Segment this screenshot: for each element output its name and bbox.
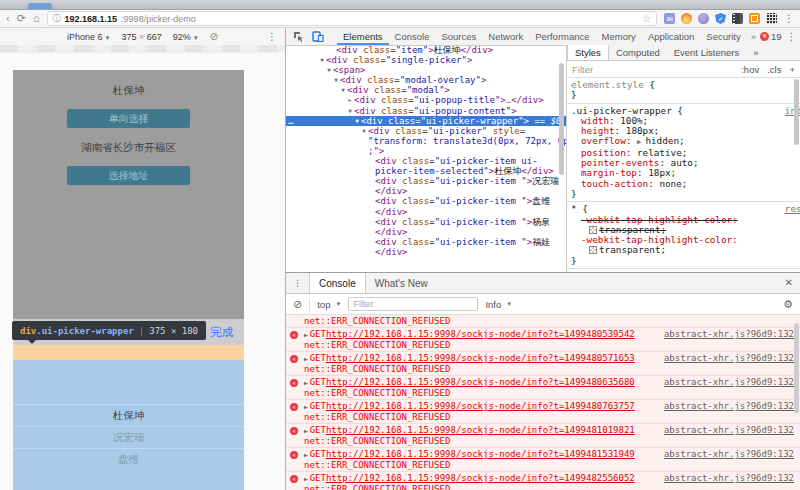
expand-arrow-icon[interactable]: ► (346, 95, 354, 105)
color-swatch[interactable] (589, 246, 597, 254)
request-url-link[interactable]: http://192.168.1.15:9998/sockjs-node/inf… (326, 401, 635, 411)
expand-arrow-icon[interactable]: ▶ (304, 402, 308, 412)
expand-arrow-icon[interactable]: ▶ (304, 354, 308, 364)
console-tab-what-s-new[interactable]: What's New (366, 273, 437, 293)
elements-tree-row[interactable]: <div class="item">杜保坤</div> (286, 45, 566, 55)
request-url-link[interactable]: http://192.168.1.15:9998/sockjs-node/inf… (326, 377, 635, 387)
clear-console-icon[interactable]: ⊘ (293, 298, 302, 311)
browser-menu-icon[interactable]: ⋮ (784, 13, 794, 24)
back-icon[interactable]: ‹ (6, 13, 10, 24)
elements-tree-row[interactable]: ;"> (286, 146, 566, 156)
device-select[interactable]: iPhone 6▼ (67, 32, 110, 42)
more-subtabs-icon[interactable]: » (746, 45, 765, 60)
more-tabs-icon[interactable]: » (749, 31, 758, 42)
css-declaration-value[interactable]: transparent; (571, 245, 796, 255)
drawer-menu-icon[interactable]: ⋮ (286, 273, 309, 293)
new-rule-button[interactable]: + (789, 64, 795, 75)
elements-tree-row[interactable]: <div class="ui-picker-item ">况宏瑞 (286, 176, 566, 186)
elements-tree-row[interactable]: </div> (286, 207, 566, 217)
request-url-link[interactable]: http://192.168.1.15:9998/sockjs-node/inf… (326, 473, 635, 483)
error-count-badge[interactable]: ✕19 (760, 31, 782, 42)
expand-arrow-icon[interactable]: ▶ (304, 330, 308, 340)
extension-jh-icon[interactable]: JH (664, 13, 675, 24)
tab-memory[interactable]: Memory (596, 29, 642, 45)
console-scrollbar[interactable] (794, 323, 799, 413)
request-url-link[interactable]: http://192.168.1.15:9998/sockjs-node/inf… (326, 449, 635, 459)
extension-shield-icon[interactable]: ✓ (715, 13, 726, 24)
elements-tree-row[interactable]: </div> (286, 247, 566, 257)
source-location-link[interactable]: abstract-xhr.js?96d9:132 (656, 377, 794, 387)
css-declaration[interactable]: touch-action: none; (571, 179, 796, 189)
expand-arrow-icon[interactable]: ▼ (346, 106, 354, 116)
home-icon[interactable]: ⌂ (33, 13, 40, 24)
expand-arrow-icon[interactable]: ▶ (304, 426, 308, 436)
zoom-select[interactable]: 92%▼ (173, 32, 199, 42)
picker-item[interactable]: 盘维 (13, 448, 244, 470)
elements-tree-row[interactable]: <div class="ui-picker-item ">盘维 (286, 196, 566, 206)
stylesheet-link[interactable]: reset.scss:9 (785, 204, 800, 214)
elements-tree-row[interactable]: ▼<span> (286, 65, 566, 75)
elements-tree-row[interactable]: <div class="ui-picker-item ">福娃 (286, 237, 566, 247)
extension-purple-icon[interactable] (698, 13, 709, 24)
expand-arrow-icon[interactable]: ▶ (304, 474, 308, 484)
expand-arrow-icon[interactable]: ▼ (360, 126, 368, 136)
request-url-link[interactable]: http://192.168.1.15:9998/sockjs-node/inf… (326, 425, 635, 435)
drawer-close-icon[interactable]: ✕ (785, 277, 793, 288)
styles-subtab-event-listeners[interactable]: Event Listeners (667, 45, 746, 60)
styles-subtab-styles[interactable]: Styles (567, 45, 609, 60)
elements-tree-row[interactable]: "transform: translate3d(0px, 72px, 0px) (286, 136, 566, 146)
url-bar[interactable]: ⓘ 192.168.1.15 :9998/picker-demo ☆ (47, 11, 657, 26)
device-dimensions[interactable]: 375 × 667 (121, 32, 161, 42)
source-location-link[interactable]: abstract-xhr.js?96d9:132 (656, 425, 794, 435)
expand-arrow-icon[interactable]: ▼ (325, 65, 333, 75)
class-toggle[interactable]: .cls (767, 64, 781, 75)
source-location-link[interactable]: abstract-xhr.js?96d9:132 (656, 353, 794, 363)
expand-arrow-icon[interactable]: ▼ (353, 116, 361, 126)
extension-film-icon[interactable] (732, 13, 743, 24)
elements-tree-row[interactable]: …▼<div class="ui-picker-wrapper"> == $0 (286, 116, 566, 126)
elements-tree-row[interactable]: ▼<div class="modal"> (286, 85, 566, 95)
tab-application[interactable]: Application (642, 29, 700, 45)
done-button[interactable]: 完成 (210, 325, 233, 340)
tab-sources[interactable]: Sources (435, 29, 482, 45)
hover-state-toggle[interactable]: :hov (741, 64, 759, 75)
expand-arrow-icon[interactable]: ▼ (339, 85, 347, 95)
tab-performance[interactable]: Performance (529, 29, 595, 45)
info-icon[interactable]: ⓘ (53, 13, 61, 24)
tab-security[interactable]: Security (700, 29, 746, 45)
console-filter-input[interactable] (348, 297, 478, 311)
expand-arrow-icon[interactable]: ▼ (318, 55, 326, 65)
reload-icon[interactable]: ⟳ (17, 13, 26, 24)
expand-arrow-icon[interactable]: ▼ (332, 75, 340, 85)
elements-tree-row[interactable]: picker-item-selected">杜保坤</div> (286, 166, 566, 176)
tab-elements[interactable]: Elements (337, 29, 389, 45)
tab-console[interactable]: Console (389, 29, 436, 45)
browser-tab[interactable] (28, 3, 52, 9)
single-select-button[interactable]: 单向选择 (67, 109, 190, 128)
styles-subtab-computed[interactable]: Computed (609, 45, 667, 60)
expand-arrow-icon[interactable]: ▶ (304, 450, 308, 460)
elements-tree-row[interactable]: <div class="ui-picker-item ui- (286, 156, 566, 166)
color-swatch[interactable] (589, 226, 597, 234)
elements-tree-row[interactable]: <div class="ui-picker-item ">杨泉 (286, 217, 566, 227)
elements-tree-row[interactable]: ▼<div class="ui-picker" style= (286, 126, 566, 136)
styles-scrollbar[interactable] (794, 79, 799, 145)
styles-filter-input[interactable]: Filter (572, 64, 593, 75)
devtools-menu-icon[interactable]: ⋮ (787, 31, 797, 42)
device-toolbar-menu-icon[interactable]: ⋮ (267, 31, 277, 42)
expand-arrow-icon[interactable]: ▶ (304, 378, 308, 388)
elements-tree-row[interactable]: ▼<div class="ui-popup-content"> (286, 106, 566, 116)
picker-item[interactable]: 杜保坤 (13, 404, 244, 426)
choose-address-button[interactable]: 选择地址 (67, 166, 190, 185)
device-toolbar-toggle-icon[interactable] (309, 31, 327, 42)
context-select[interactable]: top▼ (317, 299, 341, 310)
request-url-link[interactable]: http://192.168.1.15:9998/sockjs-node/inf… (326, 329, 635, 339)
source-location-link[interactable]: abstract-xhr.js?96d9:132 (656, 449, 794, 459)
source-location-link[interactable]: abstract-xhr.js?96d9:132 (656, 473, 794, 483)
extension-scan-icon[interactable] (749, 13, 760, 24)
picker-item[interactable]: 况宏瑞 (13, 426, 244, 448)
source-location-link[interactable]: abstract-xhr.js?96d9:132 (656, 401, 794, 411)
bookmark-star-icon[interactable]: ☆ (642, 13, 651, 24)
request-url-link[interactable]: http://192.168.1.15:9998/sockjs-node/inf… (326, 353, 635, 363)
log-level-select[interactable]: Info▼ (485, 299, 512, 310)
